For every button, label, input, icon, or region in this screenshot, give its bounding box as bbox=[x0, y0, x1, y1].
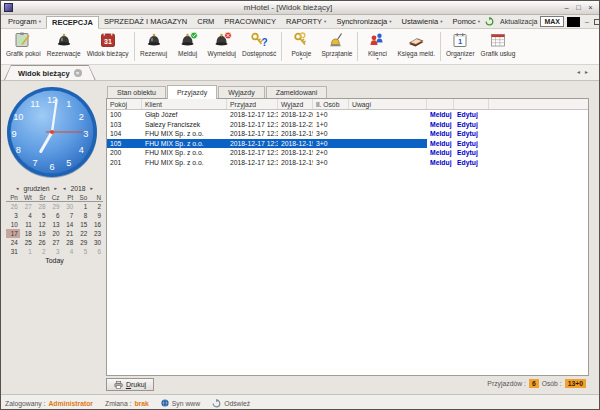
toolbar-widok-biezacy-button[interactable]: 31 Widok bieżący bbox=[84, 29, 132, 64]
calendar-day[interactable]: 29 bbox=[75, 238, 89, 247]
calendar-day[interactable]: 27 bbox=[20, 202, 34, 211]
col-klient[interactable]: Klient bbox=[142, 99, 227, 109]
scroll-left-icon[interactable]: ◄ bbox=[576, 69, 584, 75]
table-row-selected[interactable]: 105 FHU MIX Sp. z o.o. 2018-12-17 12:30 … bbox=[107, 139, 588, 149]
calendar-day[interactable]: 10 bbox=[6, 220, 20, 229]
scroll-right-icon[interactable]: ► bbox=[584, 69, 592, 75]
table-row[interactable]: 103 Salezy Franciszek 2018-12-17 12:30 2… bbox=[107, 120, 588, 130]
edytuj-link[interactable]: Edytuj bbox=[457, 149, 478, 156]
toolbar-rezerwuj-button[interactable]: Rezerwuj bbox=[137, 29, 171, 64]
print-button[interactable]: Drukuj bbox=[106, 378, 154, 391]
calendar-day[interactable]: 14 bbox=[61, 220, 75, 229]
menu-program[interactable]: Program▾ bbox=[3, 16, 46, 27]
calendar-day[interactable]: 30 bbox=[89, 238, 103, 247]
calendar-day[interactable]: 27 bbox=[48, 238, 62, 247]
calendar-day[interactable]: 21 bbox=[61, 229, 75, 238]
edytuj-link[interactable]: Edytuj bbox=[457, 130, 478, 137]
calendar-day[interactable]: 24 bbox=[6, 238, 20, 247]
toolbar-dostepnosc-button[interactable]: ? Dostępność bbox=[239, 29, 279, 64]
table-row[interactable]: 100 Głąb Józef 2018-12-17 12:30 2018-12-… bbox=[107, 110, 588, 120]
calendar-day[interactable]: 26 bbox=[34, 238, 48, 247]
toolbar-grafik-pokoi-button[interactable]: Grafik pokoi bbox=[3, 29, 44, 64]
calendar-day[interactable]: 28 bbox=[61, 238, 75, 247]
menu-pomoc[interactable]: Pomoc▾ bbox=[447, 16, 485, 27]
calendar-day[interactable]: 26 bbox=[6, 202, 20, 211]
calendar-day[interactable]: 9 bbox=[89, 211, 103, 220]
refresh-button[interactable]: Odśwież bbox=[224, 400, 250, 407]
edytuj-link[interactable]: Edytuj bbox=[457, 140, 478, 147]
update-refresh-icon[interactable] bbox=[485, 17, 494, 26]
menu-synchronizacja[interactable]: Synchronizacja▾ bbox=[331, 16, 396, 27]
calendar-day[interactable]: 16 bbox=[89, 220, 103, 229]
menu-recepcja[interactable]: RECEPCJA bbox=[46, 16, 99, 29]
calendar-day[interactable]: 30 bbox=[61, 202, 75, 211]
close-icon[interactable]: × bbox=[74, 69, 82, 77]
melduj-link[interactable]: Melduj bbox=[430, 130, 452, 137]
toolbar-sprzatanie-button[interactable]: Sprzątanie bbox=[318, 29, 355, 64]
melduj-link[interactable]: Melduj bbox=[430, 149, 452, 156]
calendar-day[interactable]: 22 bbox=[75, 229, 89, 238]
melduj-link[interactable]: Melduj bbox=[430, 159, 452, 166]
table-row[interactable]: 201 FHU MIX Sp. z o.o. 2018-12-17 12:30 … bbox=[107, 158, 588, 168]
edytuj-link[interactable]: Edytuj bbox=[457, 121, 478, 128]
tab-stan-obiektu[interactable]: Stan obiektu bbox=[107, 86, 166, 98]
calendar-day[interactable]: 6 bbox=[48, 211, 62, 220]
menu-pracownicy[interactable]: PRACOWNICY bbox=[219, 16, 281, 27]
menu-crm[interactable]: CRM bbox=[192, 16, 219, 27]
calendar-day[interactable]: 4 bbox=[20, 211, 34, 220]
syn-www-button[interactable]: Syn www bbox=[172, 400, 200, 407]
mdi-restore-button[interactable] bbox=[594, 19, 600, 25]
calendar-next-year-icon[interactable]: ► bbox=[90, 186, 94, 191]
col-wyjazd[interactable]: Wyjazd bbox=[278, 99, 313, 109]
menu-raporty[interactable]: RAPORTY▾ bbox=[281, 16, 331, 27]
max-indicator[interactable]: MAX bbox=[540, 16, 564, 27]
calendar-day[interactable]: 1 bbox=[75, 202, 89, 211]
calendar-day[interactable]: 11 bbox=[20, 220, 34, 229]
tab-wyjazdy[interactable]: Wyjazdy bbox=[218, 86, 264, 98]
melduj-link[interactable]: Melduj bbox=[430, 121, 452, 128]
table-row[interactable]: 200 FHU MIX Sp. z o.o. 2018-12-17 12:30 … bbox=[107, 148, 588, 158]
melduj-link[interactable]: Melduj bbox=[430, 140, 452, 147]
maximize-button[interactable]: □ bbox=[573, 3, 584, 13]
calendar-prev-month-icon[interactable]: ◄ bbox=[15, 186, 19, 191]
calendar-day[interactable]: 5 bbox=[75, 247, 89, 256]
toolbar-grafik-uslug-button[interactable]: Grafik usług bbox=[478, 29, 519, 64]
toolbar-wymelduj-button[interactable]: Wymelduj bbox=[205, 29, 239, 64]
toolbar-organizer-button[interactable]: 1 Organizer ▾ bbox=[443, 29, 478, 64]
calendar-day[interactable]: 3 bbox=[48, 247, 62, 256]
calendar-day[interactable]: 19 bbox=[34, 229, 48, 238]
edytuj-link[interactable]: Edytuj bbox=[457, 111, 478, 118]
toolbar-pokoje-button[interactable]: Pokoje ▾ bbox=[284, 29, 318, 64]
col-uwagi[interactable]: Uwagi bbox=[349, 99, 427, 109]
calendar-day[interactable]: 13 bbox=[48, 220, 62, 229]
calendar-day[interactable]: 6 bbox=[89, 247, 103, 256]
calendar-day[interactable]: 29 bbox=[48, 202, 62, 211]
calendar-day[interactable]: 2 bbox=[89, 202, 103, 211]
melduj-link[interactable]: Melduj bbox=[430, 111, 452, 118]
calendar-day-today[interactable]: 17 bbox=[6, 229, 20, 238]
col-przyjazd[interactable]: Przyjazd bbox=[227, 99, 278, 109]
toolbar-melduj-button[interactable]: Melduj bbox=[171, 29, 205, 64]
calendar-day[interactable]: 4 bbox=[61, 247, 75, 256]
calendar-day[interactable]: 12 bbox=[34, 220, 48, 229]
calendar-day[interactable]: 7 bbox=[61, 211, 75, 220]
calendar-day[interactable]: 3 bbox=[6, 211, 20, 220]
calendar-day[interactable]: 15 bbox=[75, 220, 89, 229]
calendar-day[interactable]: 8 bbox=[75, 211, 89, 220]
calendar-day[interactable]: 31 bbox=[6, 247, 20, 256]
calendar-day[interactable]: 5 bbox=[34, 211, 48, 220]
calendar-day[interactable]: 1 bbox=[20, 247, 34, 256]
update-label[interactable]: Aktualizacja bbox=[500, 18, 537, 25]
tab-widok-biezacy[interactable]: Widok bieżący × bbox=[4, 65, 96, 80]
col-osob[interactable]: Il. Osób bbox=[313, 99, 349, 109]
calendar-prev-year-icon[interactable]: ◄ bbox=[62, 186, 66, 191]
menu-sprzedaz[interactable]: SPRZEDAŻ I MAGAZYN bbox=[99, 16, 192, 27]
toolbar-klienci-button[interactable]: Klienci ▾ bbox=[360, 29, 394, 64]
calendar-next-month-icon[interactable]: ► bbox=[54, 186, 58, 191]
table-row[interactable]: 104 FHU MIX Sp. z o.o. 2018-12-17 12:30 … bbox=[107, 129, 588, 139]
edytuj-link[interactable]: Edytuj bbox=[457, 159, 478, 166]
col-pokoj[interactable]: Pokój bbox=[107, 99, 142, 109]
close-button[interactable]: × bbox=[585, 3, 596, 13]
today-button[interactable]: Today bbox=[6, 257, 103, 264]
tab-zameldowani[interactable]: Zameldowani bbox=[266, 86, 328, 98]
